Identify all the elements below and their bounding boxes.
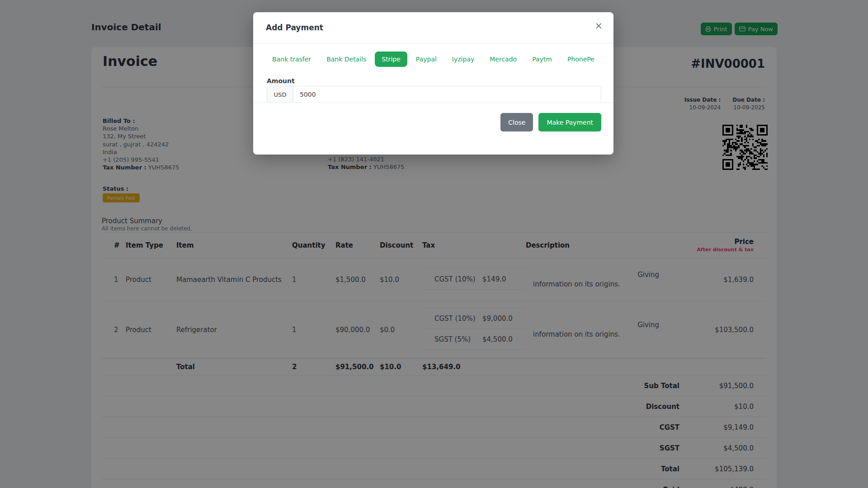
tab-mercado[interactable]: Mercado [483,52,524,67]
close-button[interactable]: Close [500,113,533,131]
tab-paypal[interactable]: Paypal [409,52,443,67]
amount-label: Amount [267,77,295,84]
tab-paytm[interactable]: Paytm [525,52,559,67]
amount-input-group: USD [267,86,601,103]
divider [253,43,613,43]
close-icon[interactable]: × [594,21,603,31]
currency-prefix: USD [267,86,293,103]
tab-iyzipay[interactable]: Iyzipay [445,52,481,67]
make-payment-button[interactable]: Make Payment [538,113,601,131]
payment-method-tabs: Bank trasfer Bank Details Stripe Paypal … [253,52,613,67]
invoice-detail-page: Invoice Detail Print Pay Now Invoice #IN… [0,0,868,488]
tab-bank-details[interactable]: Bank Details [320,52,373,67]
amount-input[interactable] [293,86,601,103]
modal-title: Add Payment [266,23,323,32]
tab-phonepe[interactable]: PhonePe [561,52,601,67]
add-payment-modal: Add Payment × Bank trasfer Bank Details … [253,12,613,155]
tab-stripe[interactable]: Stripe [375,52,407,67]
divider [253,103,613,103]
modal-footer: Close Make Payment [500,113,601,131]
tab-bank-transfer[interactable]: Bank trasfer [265,52,318,67]
